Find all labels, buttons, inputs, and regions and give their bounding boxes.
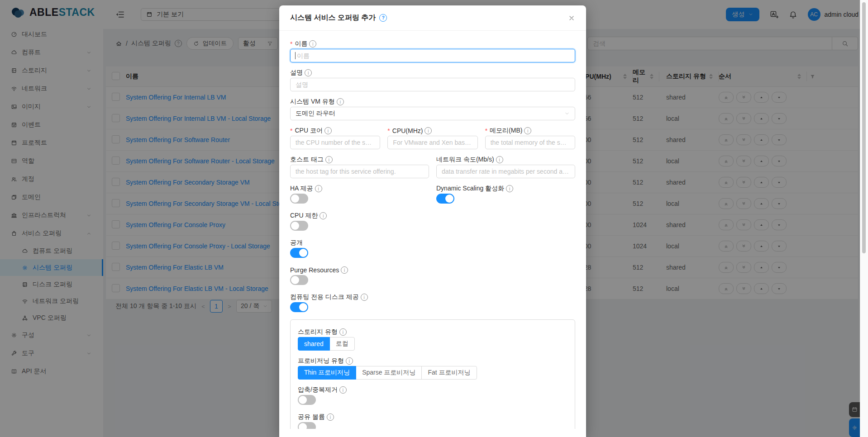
form-field-설명: 설명i (290, 68, 575, 91)
field-label-text: Dynamic Scaling 활성화 (436, 185, 504, 193)
toggle-공개[interactable] (290, 248, 308, 258)
toggle-knob (291, 276, 299, 284)
required-mark: * (290, 40, 292, 48)
toggle-Purge Resources[interactable] (290, 275, 308, 285)
input-wrap (290, 165, 429, 178)
form-field-HA 제공: HA 제공i (290, 184, 429, 204)
add-system-offering-modal: 시스템 서비스 오퍼링 추가 ? *이름i설명i시스템 VM 유형i도메인 라우… (279, 5, 586, 437)
form-field-CPU(MHz): *CPU(MHz)i (387, 126, 477, 149)
toggle-knob (299, 423, 307, 429)
radio-group-스토리지 유형: shared로컬 (298, 337, 355, 351)
field-label: 호스트 태그i (290, 155, 429, 165)
form-field-CPU 코어: *CPU 코어i (290, 126, 380, 149)
field-label-text: 공개 (290, 239, 303, 247)
close-icon[interactable] (568, 14, 575, 22)
required-mark: * (485, 127, 487, 134)
form-field-컴퓨팅 전용 디스크 제공: 컴퓨팅 전용 디스크 제공i (290, 292, 575, 312)
input-호스트 태그[interactable] (290, 165, 429, 178)
modal-header: 시스템 서비스 오퍼링 추가 ? (279, 5, 586, 31)
info-icon: i (320, 212, 327, 219)
toggle-공유 볼륨[interactable] (298, 422, 316, 429)
field-label-text: 호스트 태그 (290, 156, 324, 164)
info-icon: i (327, 413, 334, 421)
info-icon: i (346, 357, 353, 365)
field-label-text: Purge Resources (290, 266, 339, 274)
form-field-시스템 VM 유형: 시스템 VM 유형i도메인 라우터 (290, 97, 575, 120)
field-label: *이름i (290, 39, 575, 49)
scrollbar-thumb[interactable] (862, 2, 866, 253)
toggle-knob (445, 195, 453, 203)
info-icon: i (496, 156, 503, 163)
field-label: 스토리지 유형i (298, 327, 568, 337)
info-icon: i (341, 266, 348, 274)
field-label-text: 이름 (295, 40, 307, 48)
radio-option-Thin 프로비저닝[interactable]: Thin 프로비저닝 (298, 366, 356, 380)
select-시스템 VM 유형[interactable]: 도메인 라우터 (290, 107, 575, 120)
modal-title: 시스템 서비스 오퍼링 추가 ? (290, 13, 387, 23)
field-label: 네트워크 속도(Mb/s)i (436, 155, 575, 165)
form-row: HA 제공iDynamic Scaling 활성화i (290, 184, 575, 211)
field-label-text: 메모리(MB) (490, 127, 522, 135)
input-wrap (485, 136, 575, 149)
field-label: 압축/중복제거i (298, 385, 568, 395)
toggle-knob (291, 222, 299, 230)
field-label: 컴퓨팅 전용 디스크 제공i (290, 292, 575, 302)
info-icon: i (361, 294, 368, 301)
field-label: *CPU(MHz)i (387, 126, 477, 136)
info-icon: i (506, 185, 513, 192)
toggle-knob (299, 303, 307, 311)
radio-option-Sparse 프로비저닝[interactable]: Sparse 프로비저닝 (356, 366, 422, 380)
input-CPU 코어[interactable] (290, 136, 380, 149)
radio-option-Fat 프로비저닝[interactable]: Fat 프로비저닝 (421, 366, 477, 380)
input-메모리(MB)[interactable] (485, 136, 575, 149)
form-field-공유 볼륨: 공유 볼륨i (298, 412, 568, 429)
input-이름[interactable] (290, 49, 575, 62)
field-label-text: CPU 코어 (295, 127, 322, 135)
scrollbar-track[interactable] (860, 0, 868, 437)
radio-option-로컬[interactable]: 로컬 (329, 337, 355, 351)
radio-option-shared[interactable]: shared (298, 337, 330, 351)
select-value: 도메인 라우터 (296, 109, 335, 118)
info-icon: i (309, 40, 316, 48)
text-caret (295, 52, 296, 59)
field-label: 설명i (290, 68, 575, 78)
info-icon: i (324, 127, 332, 134)
field-label: Purge Resourcesi (290, 265, 575, 275)
input-CPU(MHz)[interactable] (387, 136, 477, 149)
field-label-text: 네트워크 속도(Mb/s) (436, 156, 494, 164)
chevron-down-icon (564, 111, 570, 116)
field-label-text: 압축/중복제거 (298, 386, 338, 394)
input-wrap (436, 165, 575, 178)
field-label: 시스템 VM 유형i (290, 97, 575, 107)
field-label-text: CPU 제한 (290, 212, 318, 220)
page: ABLESTACK 대시보드컴퓨트스토리지네트워크이미지이벤트프로젝트역할계정도… (0, 0, 868, 437)
form-field-이름: *이름i (290, 39, 575, 62)
input-네트워크 속도(Mb/s)[interactable] (436, 165, 575, 178)
toggle-압축/중복제거[interactable] (298, 395, 316, 405)
input-wrap (290, 78, 575, 91)
toggle-컴퓨팅 전용 디스크 제공[interactable] (290, 302, 308, 312)
field-label-text: 공유 볼륨 (298, 413, 325, 421)
toggle-Dynamic Scaling 활성화[interactable] (436, 194, 454, 204)
form-field-스토리지 유형: 스토리지 유형ishared로컬 (298, 327, 568, 351)
info-icon: i (339, 386, 347, 394)
toggle-CPU 제한[interactable] (290, 221, 308, 231)
field-label: 공개 (290, 238, 575, 248)
form-field-CPU 제한: CPU 제한i (290, 211, 575, 231)
modal-help-icon[interactable]: ? (379, 14, 387, 22)
required-mark: * (290, 127, 292, 134)
field-label: *메모리(MB)i (485, 126, 575, 136)
form-row: 호스트 태그i네트워크 속도(Mb/s)i (290, 155, 575, 184)
field-label-text: CPU(MHz) (392, 127, 423, 134)
toggle-HA 제공[interactable] (290, 194, 308, 204)
info-icon: i (315, 185, 322, 192)
form-field-호스트 태그: 호스트 태그i (290, 155, 429, 178)
form-field-공개: 공개 (290, 238, 575, 258)
field-label: *CPU 코어i (290, 126, 380, 136)
disk-offering-group: 스토리지 유형ishared로컬프로비저닝 유형iThin 프로비저닝Spars… (290, 319, 575, 429)
input-wrap (290, 136, 380, 149)
input-wrap (387, 136, 477, 149)
input-설명[interactable] (290, 78, 575, 91)
field-label: HA 제공i (290, 184, 429, 194)
field-label-text: 스토리지 유형 (298, 328, 338, 336)
